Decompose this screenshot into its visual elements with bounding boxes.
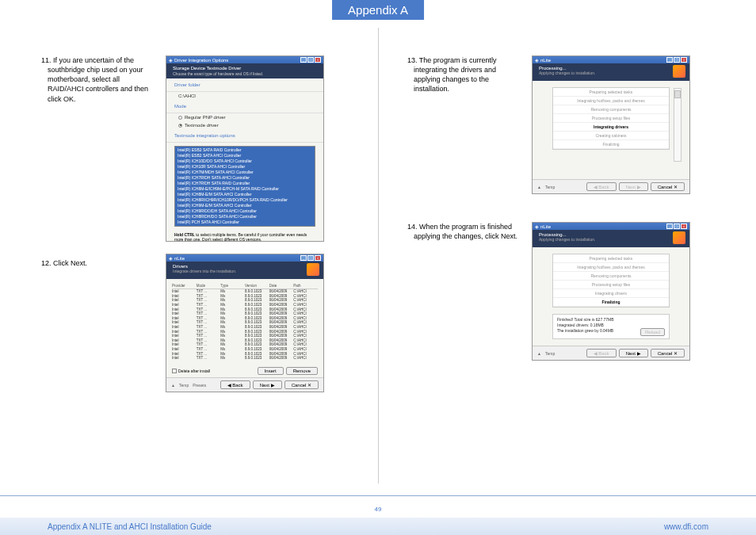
titlebar: ◈ nLite _ □ × [533,223,689,230]
table-row[interactable]: IntelTXT ...Ms8.9.0.102306/04/2009C:\AHC… [172,347,318,352]
maximize-icon[interactable]: □ [674,224,680,229]
table-row[interactable]: IntelTXT ...Ms8.9.0.102306/04/2009C:\AHC… [172,356,318,361]
table-row[interactable]: IntelTXT ...Ms8.9.0.102306/04/2009C:\AHC… [172,351,318,356]
radio-regular[interactable]: Regular PNP driver [166,113,323,121]
temp-icon: ▲ [537,185,541,189]
remove-button[interactable]: Remove [286,367,318,375]
list-item[interactable]: Intel(R) ICH8M-E/ICH9M-E/PCH-M SATA RAID… [175,185,315,191]
next-button[interactable]: Next ▶ [253,380,282,389]
footer-title: Appendix A NLITE and AHCI Installation G… [48,522,212,531]
list-item[interactable]: Intel(R) ICH8M-E/M SATA AHCI Controller [175,191,315,197]
nlite-icon [673,231,685,244]
table-row[interactable]: IntelTXT ...Ms8.9.0.102306/04/2009C:\AHC… [172,294,318,299]
table-row[interactable]: IntelTXT ...Ms8.9.0.102306/04/2009C:\AHC… [172,307,318,311]
app-icon: ◈ [169,57,173,63]
list-item[interactable]: Intel(R) ICH9M-E/M SATA AHCI Controller [175,202,315,208]
folder-path: C:\AHCI [166,92,323,100]
table-row[interactable]: IntelTXT ...Ms8.9.0.102306/04/2009C:\AHC… [172,316,318,321]
list-item[interactable]: Intel(R) ESB2 SATA AHCI Controller [175,152,315,158]
minimize-icon[interactable]: _ [300,57,307,63]
panel-subheading: Applying changes to installation. [539,237,683,242]
nlite-icon [673,65,685,78]
list-item[interactable]: Intel(R) ICH7M/MDH SATA AHCI Controller [175,169,315,174]
titlebar: ◈ nLite _ □ × [533,56,689,63]
footer-url: www.dfi.com [664,522,708,531]
list-item[interactable]: Intel(R) ICH8R/ICH9R/ICH10R/DO/PCH SATA … [175,197,315,202]
temp-icon: ▲ [537,351,541,356]
result-summary: Finished! Total size is 627.77MB Integra… [552,314,670,339]
app-icon: ◈ [535,57,539,63]
temp-label: Temp [545,351,555,356]
minimize-icon[interactable]: _ [300,255,307,261]
maximize-icon[interactable]: □ [307,255,314,261]
progress-step: Processing setup files [553,114,669,123]
list-item[interactable]: Intel(R) ICH10R SATA AHCI Controller [175,163,315,169]
list-item[interactable]: Intel(R) ICH7R/DH SATA RAID Controller [175,180,315,185]
close-icon[interactable]: × [315,255,321,261]
insert-button[interactable]: Insert [258,367,284,375]
table-row[interactable]: IntelTXT ...Ms8.9.0.102306/04/2009C:\AHC… [172,303,318,308]
list-item[interactable]: Intel(R) PCH SATA AHCI Controller [175,219,315,224]
maximize-icon[interactable]: □ [307,57,314,63]
hint-text: Hold CTRL to select multiple items. Be c… [166,230,323,242]
progress-step: Integrating drivers [553,289,669,298]
list-item[interactable]: Intel(R) ICH10D/DO SATA AHCI Controller [175,158,315,163]
progress-step: Finalizing [553,140,669,149]
section-label: Driver folder [166,78,323,92]
progress-step: Integrating hotfixes, packs and themes [553,263,669,272]
progress-step: Processing setup files [553,281,669,289]
table-row[interactable]: IntelTXT ...Ms8.9.0.102306/04/2009C:\AHC… [172,311,318,316]
temp-icon: ▲ [171,383,175,388]
progress-step: Creating cabinets [553,132,669,140]
table-row[interactable]: IntelTXT ...Ms8.9.0.102306/04/2009C:\AHC… [172,320,318,325]
header-appendix-tab: Appendix A [332,0,424,20]
list-item[interactable]: Intel(R) ICH9R/DO/DH SATA AHCI Controlle… [175,208,315,213]
maximize-icon[interactable]: □ [674,57,680,63]
presets-label: Presets [193,383,206,388]
table-row[interactable]: IntelTXT ...Ms8.9.0.102306/04/2009C:\AHC… [172,298,318,303]
table-row[interactable]: IntelTXT ...Ms8.9.0.102306/04/2009C:\AHC… [172,329,318,334]
reload-button: Reload [640,328,665,336]
list-item[interactable]: Intel(R) ESB2 SATA RAID Controller [175,147,315,152]
cancel-button[interactable]: Cancel ✕ [284,380,319,389]
table-row[interactable]: IntelTXT ...Ms8.9.0.102306/04/2009C:\AHC… [172,338,318,343]
step-11-text: 11. If you are uncertain of the southbri… [48,55,155,242]
close-icon[interactable]: × [681,57,687,63]
next-button[interactable]: Next ▶ [619,349,648,357]
screenshot-11: ◈ Driver Integration Options _ □ × Stora… [166,55,324,242]
table-row[interactable]: IntelTXT ...Ms8.9.0.102306/04/2009C:\AHC… [172,342,318,347]
progress-step: Finalizing [553,298,669,307]
progress-step: Integrating drivers [553,123,669,132]
minimize-icon[interactable]: _ [666,57,673,63]
list-item[interactable]: Intel(R) ICH8R/DH/DO SATA AHCI Controlle… [175,213,315,219]
minimize-icon[interactable]: _ [666,224,673,229]
screenshot-14: ◈ nLite _ □ × Processing... Applying cha… [532,222,690,361]
step-13-text: 13. The program is currently integrating… [414,55,521,194]
app-icon: ◈ [535,224,539,229]
close-icon[interactable]: × [681,224,687,229]
progress-step: Removing components [553,105,669,114]
app-icon: ◈ [169,255,173,261]
delete-after-checkbox[interactable]: Delete after install [172,369,210,373]
table-row[interactable]: IntelTXT ...Ms8.9.0.102306/04/2009C:\AHC… [172,325,318,330]
table-row[interactable]: IntelTXT ...Ms8.9.0.102306/04/2009C:\AHC… [172,289,318,294]
step-12-text: 12. Click Next. [48,258,155,392]
back-button: ◀ Back [586,349,617,357]
controller-list[interactable]: Intel(R) ESB2 SATA RAID ControllerIntel(… [174,146,315,227]
close-icon[interactable]: × [315,57,321,63]
list-item[interactable]: Intel(R) PCHM SATA AHCI Controller 4 Por… [175,224,315,227]
radio-textmode[interactable]: Textmode driver [166,121,323,129]
cancel-button[interactable]: Cancel ✕ [651,182,685,191]
cancel-button[interactable]: Cancel ✕ [651,349,685,357]
panel-subheading: Integrate drivers into the installation. [173,269,317,273]
section-label: Mode [166,100,323,113]
temp-label: Temp [545,185,555,189]
progress-step: Integrating hotfixes, packs and themes [553,97,669,105]
screenshot-12: ◈ nLite _ □ × Drivers Integrate drivers … [166,254,324,392]
table-row[interactable]: IntelTXT ...Ms8.9.0.102306/04/2009C:\AHC… [172,334,318,338]
panel-subheading: Applying changes to installation. [539,71,683,75]
scrollbar[interactable] [674,88,682,162]
back-button[interactable]: ◀ Back [220,380,250,389]
screenshot-13: ◈ nLite _ □ × Processing... Applying cha… [532,55,690,194]
list-item[interactable]: Intel(R) ICH7R/DH SATA AHCI Controller [175,174,315,180]
